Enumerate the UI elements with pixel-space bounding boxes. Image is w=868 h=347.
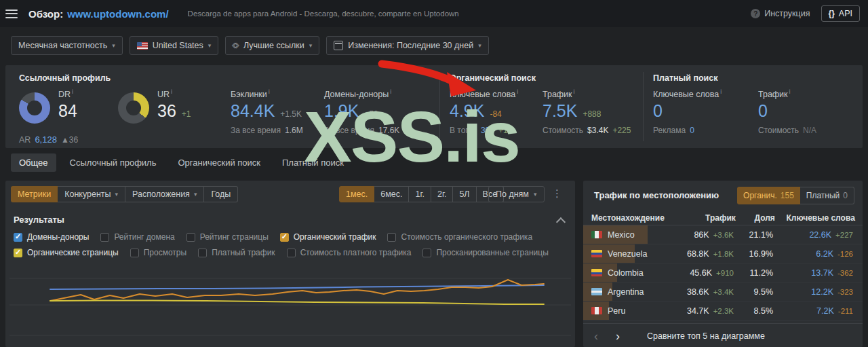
frequency-dropdown[interactable]: Месячная частотность ▾ (11, 36, 123, 55)
calendar-icon (334, 41, 343, 50)
next-page-icon[interactable]: › (616, 330, 620, 342)
metrics-band: Ссылочный профиль DRi 84 AR 6,128 ▲36 UR… (5, 65, 863, 148)
tab-organic-search[interactable]: Органический поиск (170, 153, 269, 172)
metrics-mode-button[interactable]: Метрики (11, 186, 58, 202)
table-row-peru[interactable]: Peru 34.7K+2.3K 8.5% 7.2K-211 (583, 302, 863, 321)
toggle-paid[interactable]: Платный0 (800, 187, 854, 204)
time-range-group: 1мес. 6мес. 1г. 2г. 5Л Все (339, 186, 504, 202)
instruction-button[interactable]: ? Инструкция (751, 9, 810, 18)
locations-dropdown[interactable]: Расположения▾ (125, 186, 204, 202)
paid-ads: Реклама0 (653, 126, 722, 135)
table-row-colombia[interactable]: Colombia 45.6K+910 11.2% 13.7K-362 (583, 263, 863, 282)
braces-icon: {} (829, 9, 835, 18)
organic-traffic-cost: Стоимость$3.4K+225 (542, 126, 631, 135)
toggle-ref-domains[interactable]: Домены-доноры (14, 232, 89, 242)
ur-label: URi (157, 88, 191, 99)
geo-table-body: Mexico 86K+3.6K 21.1% 22.6K+227 Venezuel… (583, 225, 863, 321)
filter-bar: Месячная частотность ▾ United States ▾ ⧉… (11, 36, 489, 55)
argentina-flag-icon (591, 288, 602, 295)
country-dropdown[interactable]: United States ▾ (130, 36, 219, 55)
checkbox-icon (100, 233, 109, 242)
target-domain-link[interactable]: www.uptodown.com/ (67, 8, 168, 20)
dr-donut (19, 92, 50, 124)
results-title: Результаты (14, 215, 64, 225)
info-icon: i (269, 88, 270, 95)
organic-traffic-value[interactable]: 7.5K+888 (542, 101, 631, 121)
traffic-by-location-title: Трафик по местоположению (594, 190, 719, 200)
organic-traffic-label: Трафикi (542, 88, 631, 99)
main-tabs: Общее Ссылочный профиль Органический пои… (11, 153, 352, 172)
checkbox-icon (130, 249, 139, 257)
table-row-argentina[interactable]: Argentina 38.6K+3.4K 9.5% 12.2K-323 (583, 282, 863, 302)
granularity-dropdown[interactable]: По дням▾ (488, 186, 545, 202)
section-paid-search: Платный поиск (653, 73, 717, 83)
paid-traffic-label: Трафикi (758, 88, 816, 99)
paid-traffic-value[interactable]: 0 (758, 101, 816, 121)
table-row-venezuela[interactable]: Venezuela 68.8K+1.8K 16.9% 6.2K-126 (583, 244, 863, 263)
toggle-organic-traffic[interactable]: Органический трафик (280, 232, 376, 242)
menu-icon[interactable] (5, 10, 18, 18)
toggle-organic-traffic-cost[interactable]: Стоимость органического трафика (387, 232, 532, 242)
toggle-views[interactable]: Просмотры (130, 248, 186, 257)
col-share: Доля (736, 213, 775, 223)
info-icon: i (72, 88, 73, 95)
best-links-dropdown[interactable]: ⧉ Лучшие ссылки ▾ (225, 36, 319, 55)
info-icon: i (390, 88, 391, 95)
api-button[interactable]: {} API (821, 5, 861, 22)
chevron-down-icon: ▾ (208, 42, 212, 49)
toggle-organic[interactable]: Органич.155 (737, 187, 800, 204)
paid-keywords-label: Ключевые словаi (653, 88, 722, 99)
section-divider (439, 72, 440, 141)
backlinks-value[interactable]: 84.4K+1.5K (231, 101, 303, 121)
competitors-dropdown[interactable]: Конкуренты▾ (58, 186, 125, 202)
tab-paid-search[interactable]: Платный поиск (274, 153, 352, 172)
toggle-domain-rating[interactable]: Рейтинг домена (100, 232, 174, 242)
range-2years[interactable]: 2г. (431, 186, 453, 202)
backlinks-label: Бэклинкиi (231, 88, 303, 99)
changes-label: Изменения: Последние 30 дней (348, 41, 473, 50)
country-label: United States (153, 41, 203, 50)
collapse-chevron-icon[interactable] (556, 217, 566, 227)
toggle-organic-pages[interactable]: Органические страницы (14, 248, 119, 257)
metric-toggles-row1: Домены-доноры Рейтинг домена Рейтинг стр… (14, 232, 532, 242)
checkbox-icon (14, 249, 22, 257)
changes-period-dropdown[interactable]: Изменения: Последние 30 дней ▾ (326, 36, 489, 55)
section-backlink-profile: Ссылочный профиль (19, 73, 111, 83)
kebab-menu-icon[interactable]: ⋮ (552, 187, 562, 200)
venezuela-flag-icon (591, 250, 602, 257)
section-divider (643, 72, 644, 141)
range-1year[interactable]: 1г. (409, 186, 431, 202)
info-icon: i (789, 88, 791, 95)
tab-backlink-profile[interactable]: Ссылочный профиль (62, 153, 165, 172)
range-6months[interactable]: 6мес. (374, 186, 409, 202)
checkbox-icon (198, 249, 207, 257)
chevron-down-icon: ▾ (309, 42, 313, 49)
ar-value[interactable]: 6,128 (35, 134, 57, 145)
chevron-down-icon: ▾ (115, 191, 119, 198)
top-bar: Обзор: www.uptodown.com/ Descarga de app… (0, 0, 868, 27)
years-button[interactable]: Годы (204, 186, 238, 202)
organic-traffic-delta: +888 (583, 109, 601, 119)
ar-rank: AR 6,128 ▲36 (19, 134, 78, 145)
toggle-crawled-pages[interactable]: Просканированные страницы (422, 248, 548, 257)
tab-overview[interactable]: Общее (11, 153, 56, 172)
table-row-mexico[interactable]: Mexico 86K+3.6K 21.1% 22.6K+227 (583, 225, 863, 244)
traffic-by-location-card: Трафик по местоположению Органич.155 Пла… (583, 181, 863, 347)
paid-keywords-value[interactable]: 0 (653, 101, 722, 121)
toggle-paid-traffic-cost[interactable]: Стоимость платного трафика (287, 248, 412, 257)
range-1month[interactable]: 1мес. (339, 186, 374, 202)
info-icon: i (720, 88, 722, 95)
toggle-paid-traffic[interactable]: Платный трафик (198, 248, 275, 257)
page-title: Обзор: (28, 8, 63, 20)
checkbox-icon (422, 249, 431, 257)
prev-page-icon[interactable]: ‹ (594, 330, 598, 342)
range-5years[interactable]: 5Л (453, 186, 476, 202)
ahrefs-overview-dashboard: Обзор: www.uptodown.com/ Descarga de app… (0, 0, 868, 347)
toggle-page-rating[interactable]: Рейтинг страницы (186, 232, 269, 242)
organic-keywords-value[interactable]: 4.9K-84 (450, 101, 518, 121)
backlinks-delta: +1.5K (280, 109, 302, 119)
info-icon: i (171, 88, 172, 95)
organic-keywords-delta: -84 (490, 109, 501, 119)
paid-cost: СтоимостьN/A (758, 126, 816, 135)
ref-domains-value[interactable]: 1.9K+58 (324, 101, 399, 121)
